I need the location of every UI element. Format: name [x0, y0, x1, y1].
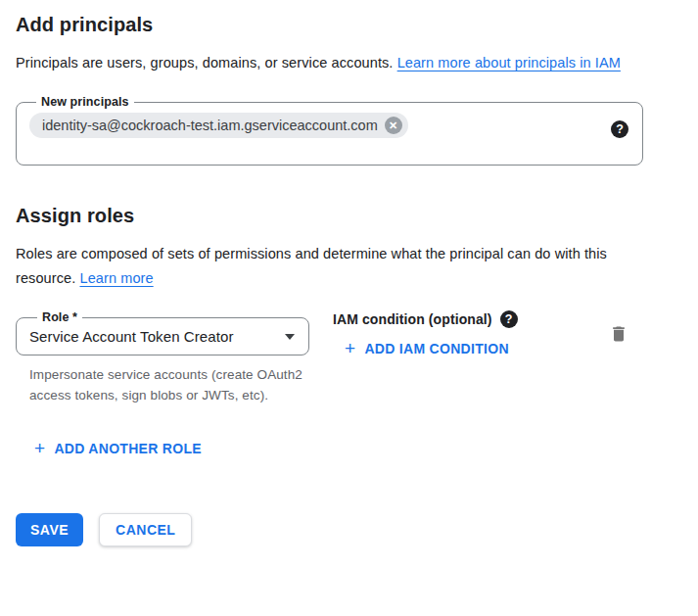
iam-condition-column: IAM condition (optional) ? + ADD IAM CON… — [333, 310, 518, 358]
role-select-inner: Service Account Token Creator — [29, 328, 297, 345]
trash-icon — [609, 324, 628, 344]
learn-more-principals-link[interactable]: Learn more about principals in IAM — [397, 55, 621, 71]
principals-help-icon[interactable]: ? — [611, 120, 628, 138]
iam-condition-label: IAM condition (optional) — [333, 311, 492, 327]
footer-actions: SAVE CANCEL — [16, 513, 698, 546]
role-label: Role * — [37, 310, 82, 325]
role-selected-value: Service Account Token Creator — [29, 328, 234, 345]
principal-chip: identity-sa@cockroach-test.iam.gservicea… — [29, 113, 408, 138]
role-select[interactable]: Role * Service Account Token Creator — [16, 310, 309, 355]
role-row: Role * Service Account Token Creator Imp… — [16, 310, 698, 405]
add-another-role-label: ADD ANOTHER ROLE — [54, 441, 202, 456]
iam-condition-help-icon[interactable]: ? — [500, 310, 518, 328]
save-button[interactable]: SAVE — [16, 513, 83, 546]
page-title: Add principals — [16, 12, 698, 37]
chip-remove-icon[interactable]: ✕ — [385, 117, 402, 134]
role-column: Role * Service Account Token Creator Imp… — [16, 310, 309, 405]
delete-role-button[interactable] — [609, 324, 628, 344]
new-principals-label: New principals — [36, 95, 134, 110]
cancel-button[interactable]: CANCEL — [99, 513, 192, 546]
plus-icon: + — [345, 341, 355, 356]
plus-icon: + — [34, 441, 45, 456]
new-principals-field[interactable]: New principals identity-sa@cockroach-tes… — [16, 95, 643, 166]
add-another-role-button[interactable]: + ADD ANOTHER ROLE — [34, 441, 202, 456]
chevron-down-icon — [285, 334, 295, 340]
role-helper-text: Impersonate service accounts (create OAu… — [29, 364, 303, 405]
roles-description: Roles are composed of sets of permission… — [16, 242, 613, 291]
add-iam-condition-label: ADD IAM CONDITION — [364, 341, 508, 356]
assign-roles-title: Assign roles — [16, 203, 698, 228]
add-iam-condition-button[interactable]: + ADD IAM CONDITION — [345, 341, 509, 356]
principal-chip-value: identity-sa@cockroach-test.iam.gservicea… — [42, 118, 378, 133]
principals-description-text: Principals are users, groups, domains, o… — [16, 55, 397, 71]
learn-more-roles-link[interactable]: Learn more — [79, 270, 153, 286]
iam-condition-label-row: IAM condition (optional) ? — [333, 310, 518, 328]
principals-description: Principals are users, groups, domains, o… — [16, 51, 647, 75]
